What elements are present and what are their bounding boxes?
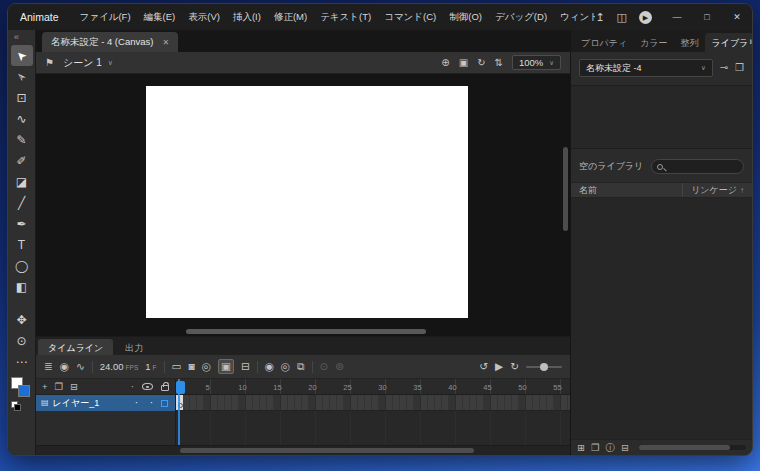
collapse-tools-icon[interactable]: « <box>8 30 19 45</box>
fps-indicator[interactable]: 24.00FPS <box>100 361 138 372</box>
delete-frame-icon[interactable]: ⊟ <box>241 361 250 372</box>
column-name[interactable]: 名前 <box>579 184 597 197</box>
current-frame-field[interactable]: 1F <box>145 361 156 372</box>
default-colors-icon[interactable] <box>11 401 21 411</box>
scrollbar-thumb[interactable] <box>563 147 568 231</box>
layer-row[interactable]: ▤レイヤー_1·· <box>36 395 175 411</box>
scrollbar-thumb[interactable] <box>639 445 730 450</box>
eye-icon[interactable] <box>142 383 153 390</box>
stage-vertical-scrollbar[interactable] <box>563 78 568 324</box>
library-search-box[interactable] <box>651 159 744 174</box>
loop-icon[interactable]: ↻ <box>510 361 519 372</box>
onion-outline-icon[interactable]: ◎ <box>281 361 290 372</box>
share-icon[interactable]: ↥ <box>595 12 604 23</box>
insert-keyframe-icon[interactable]: ◙ <box>188 361 194 372</box>
camera-icon[interactable]: ◉ <box>60 361 69 372</box>
column-linkage[interactable]: リンケージ ↑ <box>682 183 744 197</box>
delete-layer-button[interactable]: ⊟ <box>70 382 78 392</box>
timeline-ruler[interactable]: 510152025303540455055 <box>176 379 570 395</box>
menu-item[interactable]: 制御(O) <box>444 9 487 26</box>
stage-horizontal-scrollbar[interactable] <box>36 328 570 336</box>
center-stage-icon[interactable]: ⊕ <box>441 58 449 68</box>
free-transform-tool[interactable]: ⊡ <box>11 87 33 108</box>
search-input[interactable] <box>667 161 738 173</box>
anchor-onion-icon[interactable]: ⊚ <box>335 361 344 372</box>
menu-item[interactable]: デバッグ(D) <box>490 9 552 26</box>
new-symbol-button[interactable]: ⊞ <box>577 443 585 453</box>
menu-item[interactable]: コマンド(C) <box>379 9 441 26</box>
layer-outline-color[interactable] <box>161 400 168 407</box>
timeline-tab-タイムライン[interactable]: タイムライン <box>38 339 113 355</box>
layer-lock-dot[interactable]: · <box>146 398 157 408</box>
frames-pane[interactable]: 510152025303540455055 <box>176 379 570 445</box>
scrollbar-thumb[interactable] <box>180 448 474 453</box>
menu-item[interactable]: 修正(M) <box>269 9 312 26</box>
pin-library-icon[interactable]: ⊸ <box>720 63 728 73</box>
zoom-tool[interactable]: ⊙ <box>11 330 33 351</box>
subselection-tool[interactable]: ➢ <box>11 66 33 87</box>
onion-range-icon[interactable]: ⊙ <box>320 361 329 372</box>
eraser-tool[interactable]: ◪ <box>11 171 33 192</box>
minimize-button[interactable]: — <box>662 4 692 30</box>
timeline-zoom-slider[interactable] <box>526 366 562 368</box>
menu-item[interactable]: 表示(V) <box>183 9 225 26</box>
rewind-icon[interactable]: ↺ <box>479 361 488 372</box>
line-tool[interactable]: ╱ <box>11 192 33 213</box>
highlight-column-icon[interactable]: · <box>131 382 134 392</box>
auto-keyframe-icon[interactable]: ▣ <box>218 359 234 374</box>
timeline-tab-出力[interactable]: 出力 <box>115 339 153 355</box>
stage-pasteboard[interactable] <box>36 74 570 328</box>
clip-content-icon[interactable]: ▣ <box>459 58 468 68</box>
chevron-down-icon[interactable]: ∨ <box>108 59 113 67</box>
stage-canvas[interactable] <box>146 86 468 318</box>
scene-breadcrumb[interactable]: シーン 1 <box>63 56 102 70</box>
rotate-stage-icon[interactable]: ↻ <box>477 58 485 68</box>
brush-tool[interactable]: ✎ <box>11 129 33 150</box>
maximize-button[interactable]: □ <box>692 4 722 30</box>
layer-parent-icon[interactable]: ≣ <box>44 361 53 372</box>
onion-skin-icon[interactable]: ◉ <box>265 361 274 372</box>
layer-frames-row[interactable] <box>176 395 570 411</box>
menu-item[interactable]: ファイル(F) <box>75 9 136 26</box>
close-button[interactable]: ✕ <box>722 4 752 30</box>
tab-ライブラリ[interactable]: ライブラリ <box>705 33 752 52</box>
timeline-horizontal-scrollbar[interactable] <box>36 445 570 455</box>
menu-item[interactable]: ウィンドウ(W) <box>555 9 595 26</box>
library-document-select[interactable]: 名称未設定 -4 ∨ <box>579 59 713 77</box>
zoom-select[interactable]: 100% ∨ <box>512 55 561 70</box>
lock-icon[interactable] <box>161 385 169 391</box>
insert-blank-keyframe-icon[interactable]: ◎ <box>202 361 211 372</box>
text-tool[interactable]: T <box>11 234 33 255</box>
hand-tool[interactable]: ✥ <box>11 309 33 330</box>
lasso-tool[interactable]: ∿ <box>11 108 33 129</box>
slider-thumb[interactable] <box>540 363 548 371</box>
layer-visibility-dot[interactable]: · <box>131 398 142 408</box>
workspace-icon[interactable]: ◫ <box>617 12 627 23</box>
zoom-spin-icon[interactable]: ⇅ <box>495 58 503 68</box>
menu-item[interactable]: 編集(E) <box>139 9 181 26</box>
delete-button[interactable]: ⊟ <box>621 443 629 453</box>
new-folder-button[interactable]: ❐ <box>591 443 600 453</box>
edit-multiple-frames-icon[interactable]: ⧉ <box>297 361 305 372</box>
frames-empty-area[interactable] <box>176 411 570 445</box>
menu-item[interactable]: テキスト(T) <box>315 9 376 26</box>
tab-カラー[interactable]: カラー <box>634 33 673 52</box>
preview-icon[interactable]: ▶ <box>639 11 652 24</box>
pen-tool[interactable]: ✒ <box>11 213 33 234</box>
insert-frame-icon[interactable]: ▭ <box>172 361 182 372</box>
tab-プロパティ[interactable]: プロパティ <box>575 33 633 52</box>
paint-bucket-tool[interactable]: ◧ <box>11 276 33 297</box>
new-library-panel-icon[interactable]: ❐ <box>735 63 744 73</box>
titlebar[interactable]: Animate ファイル(F)編集(E)表示(V)挿入(I)修正(M)テキスト(… <box>8 4 752 30</box>
tab-close-icon[interactable]: ✕ <box>162 38 169 47</box>
more-tools[interactable]: ⋯ <box>11 351 33 372</box>
menu-item[interactable]: 挿入(I) <box>228 9 266 26</box>
document-tab[interactable]: 名称未設定 - 4 (Canvas) ✕ <box>42 32 178 52</box>
library-item-list[interactable] <box>571 198 752 439</box>
playhead-line[interactable] <box>178 379 180 445</box>
library-horizontal-scrollbar[interactable] <box>639 445 746 450</box>
properties-button[interactable]: ⓘ <box>606 443 616 453</box>
oval-tool[interactable]: ◯ <box>11 255 33 276</box>
add-layer-button[interactable]: + <box>42 382 48 392</box>
tab-整列[interactable]: 整列 <box>674 33 704 52</box>
